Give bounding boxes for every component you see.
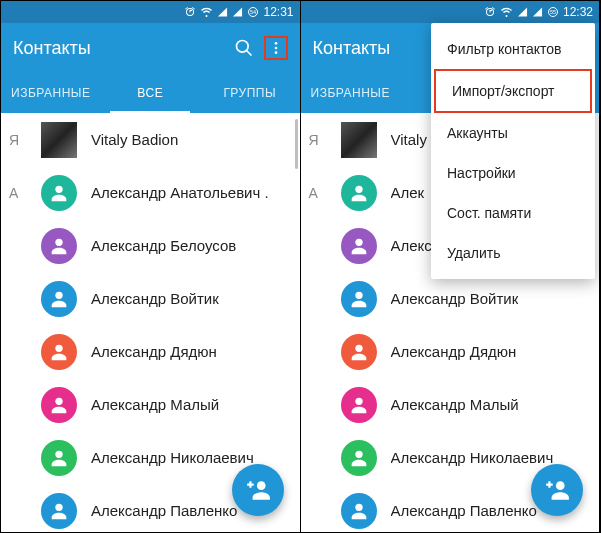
contact-row[interactable]: Александр Малый bbox=[1, 378, 300, 431]
contact-row[interactable]: ЯVitaly Badion bbox=[1, 113, 300, 166]
svg-point-24 bbox=[556, 481, 565, 490]
contact-row[interactable]: Александр Белоусов bbox=[1, 219, 300, 272]
avatar-icon bbox=[41, 440, 77, 476]
svg-point-8 bbox=[55, 238, 62, 245]
contact-name: Александр Войтик bbox=[391, 290, 519, 307]
avatar-icon bbox=[41, 281, 77, 317]
avatar-photo bbox=[41, 122, 77, 158]
contact-name: Александр Войтик bbox=[91, 290, 219, 307]
svg-point-21 bbox=[355, 397, 362, 404]
tab-bar: ИЗБРАННЫЕ ВСЕ ГРУППЫ bbox=[1, 73, 300, 113]
avatar-icon bbox=[341, 281, 377, 317]
battery-icon: 54 bbox=[247, 6, 259, 18]
contact-name: Алек bbox=[391, 184, 425, 201]
overflow-menu-button[interactable] bbox=[264, 36, 288, 60]
svg-point-20 bbox=[355, 344, 362, 351]
person-add-icon bbox=[544, 477, 570, 503]
svg-point-7 bbox=[55, 185, 62, 192]
avatar-icon bbox=[341, 440, 377, 476]
avatar-icon bbox=[41, 387, 77, 423]
section-letter: А bbox=[309, 185, 341, 201]
tab-groups[interactable]: ГРУППЫ bbox=[200, 73, 300, 113]
svg-point-14 bbox=[256, 481, 265, 490]
svg-point-4 bbox=[274, 42, 277, 45]
svg-point-19 bbox=[355, 291, 362, 298]
tab-favorites[interactable]: ИЗБРАННЫЕ bbox=[301, 73, 401, 113]
more-vert-icon bbox=[268, 39, 284, 57]
signal-icon bbox=[217, 6, 228, 18]
menu-filter-contacts[interactable]: Фильтр контактов bbox=[431, 29, 595, 69]
search-icon bbox=[234, 38, 254, 58]
signal-icon bbox=[517, 6, 528, 18]
search-button[interactable] bbox=[232, 36, 256, 60]
menu-accounts[interactable]: Аккаунты bbox=[431, 113, 595, 153]
svg-text:54: 54 bbox=[250, 9, 256, 15]
menu-import-export[interactable]: Импорт/экспорт bbox=[434, 69, 592, 113]
avatar-icon bbox=[341, 228, 377, 264]
scrollbar[interactable] bbox=[295, 119, 298, 169]
menu-memory-status[interactable]: Сост. памяти bbox=[431, 193, 595, 233]
svg-point-2 bbox=[236, 41, 248, 53]
status-time: 12:31 bbox=[263, 5, 293, 19]
contact-name: Александр Анатольевич . bbox=[91, 184, 269, 201]
menu-delete[interactable]: Удалить bbox=[431, 233, 595, 273]
contact-row[interactable]: ААлександр Анатольевич . bbox=[1, 166, 300, 219]
svg-point-5 bbox=[274, 47, 277, 50]
contact-name: Vitaly Badion bbox=[91, 131, 178, 148]
svg-point-22 bbox=[355, 450, 362, 457]
contact-name: Александр Павленко bbox=[391, 502, 537, 519]
menu-settings[interactable]: Настройки bbox=[431, 153, 595, 193]
avatar-icon bbox=[341, 175, 377, 211]
avatar-icon bbox=[341, 387, 377, 423]
svg-point-6 bbox=[274, 51, 277, 54]
contact-name: Александр Малый bbox=[91, 396, 219, 413]
contact-row[interactable]: Александр Войтик bbox=[1, 272, 300, 325]
section-letter: Я bbox=[9, 132, 41, 148]
status-bar: 55 12:32 bbox=[301, 1, 600, 23]
svg-point-10 bbox=[55, 344, 62, 351]
alarm-icon bbox=[184, 6, 196, 18]
svg-point-11 bbox=[55, 397, 62, 404]
contact-name: Александр Малый bbox=[391, 396, 519, 413]
signal-icon-2 bbox=[232, 6, 243, 18]
section-letter: А bbox=[9, 185, 41, 201]
phone-screen-right: 55 12:32 Контакты ИЗБРАННЫЕ ЯVitalyААлек… bbox=[301, 1, 601, 532]
svg-point-13 bbox=[55, 503, 62, 510]
contact-row[interactable]: Александр Войтик bbox=[301, 272, 600, 325]
contact-name: Vitaly bbox=[391, 131, 427, 148]
add-contact-fab[interactable] bbox=[531, 464, 583, 516]
avatar-icon bbox=[41, 175, 77, 211]
contact-name: Александр Белоусов bbox=[91, 237, 236, 254]
overflow-menu: Фильтр контактов Импорт/экспорт Аккаунты… bbox=[431, 23, 595, 279]
svg-point-23 bbox=[355, 503, 362, 510]
add-contact-fab[interactable] bbox=[232, 464, 284, 516]
contact-row[interactable]: Александр Дядюн bbox=[1, 325, 300, 378]
alarm-icon bbox=[484, 6, 496, 18]
contact-row[interactable]: Александр Дядюн bbox=[301, 325, 600, 378]
svg-point-12 bbox=[55, 450, 62, 457]
tab-favorites[interactable]: ИЗБРАННЫЕ bbox=[1, 73, 101, 113]
status-bar: 54 12:31 bbox=[1, 1, 300, 23]
svg-point-18 bbox=[355, 238, 362, 245]
contact-row[interactable]: Александр Малый bbox=[301, 378, 600, 431]
avatar-icon bbox=[41, 493, 77, 529]
battery-icon: 55 bbox=[547, 6, 559, 18]
avatar-icon bbox=[41, 228, 77, 264]
signal-icon-2 bbox=[532, 6, 543, 18]
app-title: Контакты bbox=[13, 38, 224, 59]
section-letter: Я bbox=[309, 132, 341, 148]
status-time: 12:32 bbox=[563, 5, 593, 19]
avatar-icon bbox=[341, 334, 377, 370]
svg-point-17 bbox=[355, 185, 362, 192]
phone-screen-left: 54 12:31 Контакты ИЗБРАННЫЕ ВСЕ ГРУППЫ Я… bbox=[1, 1, 301, 532]
person-add-icon bbox=[245, 477, 271, 503]
avatar-icon bbox=[41, 334, 77, 370]
avatar-photo bbox=[341, 122, 377, 158]
tab-all[interactable]: ВСЕ bbox=[101, 73, 201, 113]
wifi-icon bbox=[500, 6, 513, 18]
wifi-icon bbox=[200, 6, 213, 18]
svg-text:55: 55 bbox=[550, 9, 556, 15]
contact-name: Александр Николаевич bbox=[391, 449, 554, 466]
svg-point-9 bbox=[55, 291, 62, 298]
svg-line-3 bbox=[246, 51, 251, 56]
